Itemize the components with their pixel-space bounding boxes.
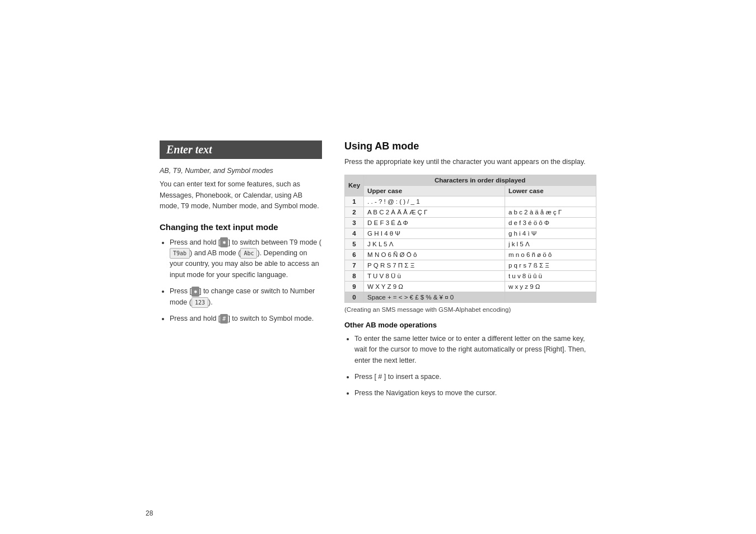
key-cell: 5 <box>345 238 364 249</box>
lower-cell <box>505 196 596 207</box>
upper-cell: M N O 6 Ñ Ø Ö ô <box>364 249 505 260</box>
other-ab-heading: Other AB mode operations <box>344 321 596 329</box>
upper-cell: Space + = < > € £ $ % & ¥ ¤ 0 <box>364 292 505 302</box>
lower-cell: g h i 4 ì Ψ <box>505 228 596 238</box>
other-bullet-list: To enter the same letter twice or to ent… <box>344 334 596 399</box>
intro-text: You can enter text for some features, su… <box>160 179 322 212</box>
key-cell: 8 <box>345 270 364 281</box>
table-row: 5J K L 5 Λj k l 5 Λ <box>345 238 596 249</box>
key-cell: 0 <box>345 292 364 302</box>
table-row: 8T U V 8 Ü üt u v 8 ü û ü <box>345 270 596 281</box>
lower-cell: a b c 2 à ä å æ ç Γ <box>505 207 596 217</box>
table-upper-header: Upper case <box>364 185 505 196</box>
key-cell: 3 <box>345 217 364 228</box>
bullet-list: Press and hold [✱] to switch between T9 … <box>160 237 322 325</box>
lower-cell: j k l 5 Λ <box>505 238 596 249</box>
table-note: (Creating an SMS message with GSM-Alphab… <box>344 306 596 313</box>
abc-badge: Abc <box>240 248 257 259</box>
table-row: 9W X Y Z 9 Ωw x y z 9 Ω <box>345 281 596 292</box>
upper-cell: P Q R S 7 Π Σ Ξ <box>364 260 505 270</box>
characters-table: Key Characters in order displayed Upper … <box>344 175 596 303</box>
table-row: 1. . - ? ! @ : ( ) / _ 1 <box>345 196 596 207</box>
table-row: 3D E F 3 É Δ Φd e f 3 é ö ô Φ <box>345 217 596 228</box>
table-row: 6M N O 6 Ñ Ø Ö ôm n o 6 ñ ø ö ô <box>345 249 596 260</box>
table-key-header: Key <box>345 175 364 196</box>
list-item: Press [ # ] to insert a space. <box>354 372 596 382</box>
key-cell: 1 <box>345 196 364 207</box>
lower-cell: p q r s 7 ß Σ Ξ <box>505 260 596 270</box>
lower-cell: w x y z 9 Ω <box>505 281 596 292</box>
content-area: Enter text AB, T9, Number, and Symbol mo… <box>160 140 596 404</box>
key-cell: 6 <box>345 249 364 260</box>
list-item: Press [✱] to change case or switch to Nu… <box>170 286 322 308</box>
enter-text-heading: Enter text <box>166 143 212 156</box>
table-row: 0Space + = < > € £ $ % & ¥ ¤ 0 <box>345 292 596 302</box>
using-ab-heading: Using AB mode <box>344 140 596 152</box>
table-row: 7P Q R S 7 Π Σ Ξp q r s 7 ß Σ Ξ <box>345 260 596 270</box>
upper-cell: T U V 8 Ü ü <box>364 270 505 281</box>
subtitle: AB, T9, Number, and Symbol modes <box>160 167 322 175</box>
table-row: 4G H I 4 θ Ψg h i 4 ì Ψ <box>345 228 596 238</box>
table-row: 2A B C 2 À Ä Å Æ Ç Γa b c 2 à ä å æ ç Γ <box>345 207 596 217</box>
lower-cell: t u v 8 ü û ü <box>505 270 596 281</box>
lower-cell: d e f 3 é ö ô Φ <box>505 217 596 228</box>
list-item: Press and hold [#] to switch to Symbol m… <box>170 313 322 324</box>
table-lower-header: Lower case <box>505 185 596 196</box>
t9-badge: T9ab <box>170 248 190 259</box>
using-ab-intro: Press the appropriate key until the char… <box>344 157 596 167</box>
list-item: Press the Navigation keys to move the cu… <box>354 388 596 399</box>
upper-cell: . . - ? ! @ : ( ) / _ 1 <box>364 196 505 207</box>
upper-cell: J K L 5 Λ <box>364 238 505 249</box>
hash-key-badge: # <box>220 314 228 324</box>
num-badge: 123 <box>192 297 208 308</box>
upper-cell: G H I 4 θ Ψ <box>364 228 505 238</box>
upper-cell: A B C 2 À Ä Å Æ Ç Γ <box>364 207 505 217</box>
left-column: Enter text AB, T9, Number, and Symbol mo… <box>160 140 322 330</box>
upper-cell: W X Y Z 9 Ω <box>364 281 505 292</box>
enter-text-box: Enter text <box>160 140 322 159</box>
lower-cell <box>505 292 596 302</box>
upper-cell: D E F 3 É Δ Φ <box>364 217 505 228</box>
key-cell: 9 <box>345 281 364 292</box>
table-chars-header: Characters in order displayed <box>364 175 596 185</box>
page-number: 28 <box>146 509 153 517</box>
right-column: Using AB mode Press the appropriate key … <box>344 140 596 404</box>
lower-cell: m n o 6 ñ ø ö ô <box>505 249 596 260</box>
list-item: To enter the same letter twice or to ent… <box>354 334 596 366</box>
key-cell: 2 <box>345 207 364 217</box>
list-item: Press and hold [✱] to switch between T9 … <box>170 237 322 281</box>
star-key-badge2: ✱ <box>192 287 199 297</box>
changing-heading: Changing the text input mode <box>160 222 322 232</box>
key-cell: 7 <box>345 260 364 270</box>
key-cell: 4 <box>345 228 364 238</box>
page: Enter text AB, T9, Number, and Symbol mo… <box>0 0 756 534</box>
star-key-badge: ✱ <box>220 237 228 247</box>
